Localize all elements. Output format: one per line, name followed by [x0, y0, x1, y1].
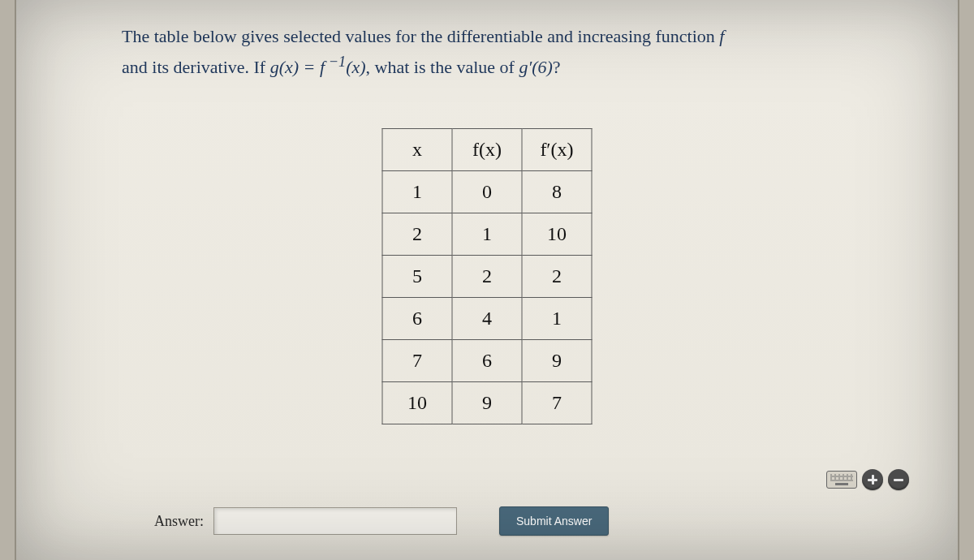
equation-lhs: g(x) = f	[270, 57, 325, 77]
zoom-in-icon[interactable]	[862, 469, 883, 490]
cell-fx: 1	[452, 213, 522, 256]
cell-fx: 6	[452, 340, 522, 382]
values-table: x f(x) f′(x) 1 0 8 2 1 10 5 2 2 6	[382, 128, 593, 424]
cell-x: 5	[382, 256, 452, 298]
table-row: 5 2 2	[382, 256, 592, 298]
worksheet-panel: The table below gives selected values fo…	[15, 0, 959, 560]
cell-fpx: 2	[522, 256, 592, 298]
cell-fpx: 9	[522, 340, 592, 382]
table-header-row: x f(x) f′(x)	[382, 129, 592, 171]
gprime-expr: g′(6)	[519, 57, 552, 77]
cell-x: 10	[382, 382, 452, 424]
col-header-x: x	[382, 129, 452, 171]
prompt-text-3: , what is the value of	[366, 57, 519, 77]
equation-exp: −1	[325, 54, 346, 70]
keyboard-icon[interactable]	[826, 471, 857, 489]
header-x-text: x	[412, 139, 422, 160]
prompt-text-2: and its derivative. If	[122, 57, 270, 77]
cell-x: 1	[382, 171, 452, 213]
col-header-fpx: f′(x)	[522, 129, 592, 171]
toolbar	[826, 469, 909, 490]
table-row: 6 4 1	[382, 298, 592, 340]
cell-fpx: 7	[522, 382, 592, 424]
cell-x: 6	[382, 298, 452, 340]
equation-rhs: (x)	[346, 57, 365, 77]
answer-label: Answer:	[154, 513, 204, 530]
prompt-text: The table below gives selected values fo…	[122, 26, 719, 46]
cell-fpx: 10	[522, 213, 592, 256]
table-row: 1 0 8	[382, 171, 592, 213]
prompt-text-4: ?	[553, 57, 561, 77]
answer-input[interactable]	[213, 507, 457, 535]
cell-x: 7	[382, 340, 452, 382]
zoom-out-icon[interactable]	[888, 469, 909, 490]
cell-fx: 9	[452, 382, 522, 424]
table-row: 2 1 10	[382, 213, 592, 256]
cell-fx: 4	[452, 298, 522, 340]
table-row: 7 6 9	[382, 340, 592, 382]
question-prompt: The table below gives selected values fo…	[122, 23, 852, 82]
answer-row: Answer: Submit Answer	[154, 506, 609, 536]
cell-fx: 0	[452, 171, 522, 213]
cell-fpx: 1	[522, 298, 592, 340]
submit-answer-button[interactable]: Submit Answer	[499, 506, 609, 536]
table-row: 10 9 7	[382, 382, 592, 424]
cell-fpx: 8	[522, 171, 592, 213]
cell-x: 2	[382, 213, 452, 256]
header-fx-text: f(x)	[472, 139, 502, 160]
col-header-fx: f(x)	[452, 129, 522, 171]
var-f: f	[719, 26, 724, 46]
header-fpx-text: f′(x)	[540, 139, 573, 160]
cell-fx: 2	[452, 256, 522, 298]
